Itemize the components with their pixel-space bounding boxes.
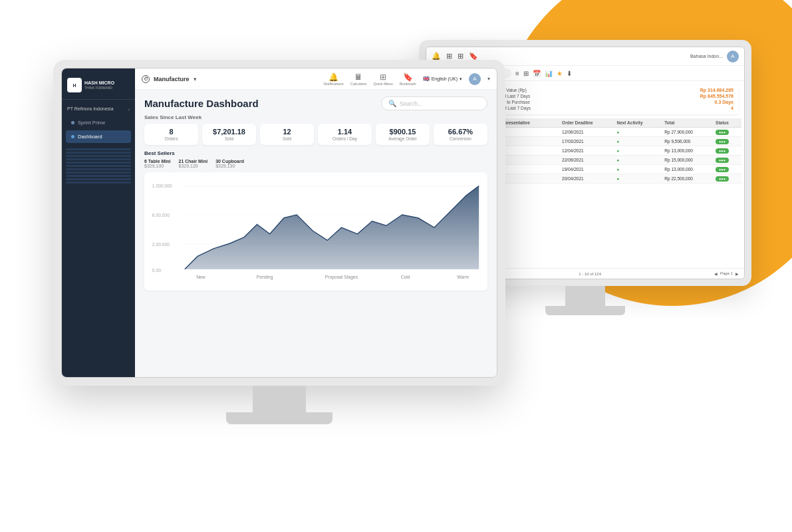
bookmark-btn[interactable]: 🔖 Bookmark	[400, 72, 416, 86]
cell-total: Rp 22,500,000	[660, 174, 712, 184]
kpi-leadtime-value: 0.3 Days	[715, 100, 733, 104]
stat-conv-label: Orders / Day	[325, 136, 365, 141]
main-monitor-neck	[253, 386, 306, 412]
kpi-purchased-value: Rp 845.554.576	[700, 94, 733, 98]
best-seller-3: 30 Cupboard $329,130	[215, 159, 244, 168]
sidebar-logo: H HASH MICRO THINK FORWARD	[62, 74, 135, 100]
cell-activity: ●	[612, 128, 660, 137]
nav-bar-9	[66, 175, 131, 177]
logo-icon: H	[67, 78, 82, 92]
topbar-icons: 🔔 Notifications 🖩 Calculator ⊞ Quick Men	[324, 72, 490, 86]
nav-bar-4	[66, 158, 131, 160]
stat-orders-value: 8	[151, 128, 192, 136]
stat-orders-label: Orders	[151, 136, 192, 141]
cell-total: Rp 9,506,000	[660, 137, 712, 146]
kpi-leadtime-row: Lead Time to Purchase 0.3 Days	[485, 100, 733, 104]
user-avatar[interactable]: A	[469, 73, 481, 85]
sidebar-item-sprint-prime[interactable]: Sprint Prime	[66, 116, 131, 129]
topbar-left: ⏱ Manufacture ▾	[142, 75, 197, 83]
stat-avg-label: Average Order	[382, 136, 423, 141]
area-chart-svg: 1.000.000 6.00.000 2.00.000 0.00	[150, 178, 482, 284]
language-label: English (UK)	[432, 76, 458, 81]
grid-view-icon[interactable]: ⊞	[523, 70, 529, 77]
area-chart-container: 1.000.000 6.00.000 2.00.000 0.00	[144, 172, 487, 291]
nav-bar-10	[66, 178, 131, 180]
quick-menu-label: Quick Menu	[374, 82, 393, 86]
monitors-container: 🔔 ⊞ ⊞ 🔖 Bahasa Indon... A 🔍	[53, 40, 751, 492]
star-icon[interactable]: ★	[557, 70, 563, 77]
cell-total: Rp 13,000,000	[660, 165, 712, 174]
notifications-icon: 🔔	[329, 72, 338, 82]
breadcrumb-chevron-icon: ▾	[194, 76, 197, 82]
stats-section: Sales Since Last Week 8 Orders $7,201.18…	[135, 114, 497, 150]
cell-deadline: 12/04/2021	[558, 146, 612, 156]
status-badge: ●●●	[716, 139, 729, 144]
col-activity: Next Activity	[612, 118, 660, 128]
stat-conv-value: 1.14	[325, 128, 365, 136]
kpi-avg-order-row: Avg Order Value (Rp) Rp 314.684.285	[485, 88, 733, 92]
status-badge: ●●●	[716, 167, 729, 172]
list-view-icon[interactable]: ≡	[515, 70, 519, 77]
sidebar: H HASH MICRO THINK FORWARD PT Refinora I…	[62, 68, 135, 377]
stat-conversion-label: Conversion	[440, 136, 481, 141]
cell-total: Rp 15,000,000	[660, 156, 712, 165]
user-menu-chevron[interactable]: ▾	[487, 76, 490, 82]
stat-avg-value: $900.15	[382, 128, 423, 136]
page-header: Manufacture Dashboard 🔍 Search...	[135, 90, 497, 114]
secondary-monitor-base	[545, 306, 625, 315]
notifications-btn[interactable]: 🔔 Notifications	[324, 72, 344, 86]
kpi-avg-order: Avg Order Value (Rp) Rp 314.684.285 Purc…	[480, 85, 739, 114]
calculator-label: Calculator	[350, 82, 367, 86]
svg-text:6.00.000: 6.00.000	[152, 213, 170, 217]
cell-deadline: 12/06/2021	[558, 128, 612, 137]
search-box[interactable]: 🔍 Search...	[381, 96, 487, 110]
cell-total: Rp 27,900,000	[660, 128, 712, 137]
pagination-next[interactable]: ▶	[735, 271, 739, 276]
col-total: Total	[660, 118, 712, 128]
calculator-icon: 🖩	[354, 72, 362, 82]
sidebar-item-dashboard[interactable]: Dashboard	[66, 130, 131, 143]
cell-status: ●●●	[712, 174, 741, 184]
stats-label: Sales Since Last Week	[144, 114, 487, 120]
svg-text:Warm: Warm	[457, 275, 469, 279]
calendar-icon[interactable]: 📅	[533, 70, 541, 77]
company-name: PT Refinora Indonesia ›	[62, 104, 135, 114]
cell-activity: ●	[612, 174, 660, 184]
svg-text:Pending: Pending	[257, 275, 273, 280]
cell-status: ●●●	[712, 146, 741, 156]
main-content: ⏱ Manufacture ▾ 🔔 Notifications	[135, 68, 497, 377]
flag-icon: 🇬🇧	[423, 76, 430, 82]
cell-status: ●●●	[712, 165, 741, 174]
nav-dot-dashboard	[71, 135, 74, 138]
avatar-secondary: A	[727, 51, 739, 63]
download-icon[interactable]: ⬇	[567, 70, 572, 77]
app-screen: H HASH MICRO THINK FORWARD PT Refinora I…	[62, 68, 497, 377]
cell-deadline: 19/04/2021	[558, 165, 612, 174]
nav-section: Sprint Prime Dashboard	[62, 116, 135, 144]
bookmark-icon: 🔖	[403, 72, 413, 82]
nav-bar-5	[66, 162, 131, 164]
nav-bar-1	[66, 148, 131, 150]
stat-sold: $7,201.18 Sold	[202, 124, 256, 145]
stat-sold2: 12 Sold	[260, 124, 314, 145]
lang-chevron-icon: ▾	[460, 76, 462, 82]
chart-icon[interactable]: 📊	[545, 70, 553, 77]
col-deadline: Order Deadline	[558, 118, 612, 128]
stats-row: 8 Orders $7,201.18 Sold 12 Sold	[144, 124, 487, 145]
quick-menu-btn[interactable]: ⊞ Quick Menu	[374, 72, 393, 86]
cell-deadline: 17/03/2021	[558, 137, 612, 146]
pagination-prev[interactable]: ◀	[714, 271, 718, 276]
secondary-monitor-neck	[565, 286, 605, 306]
nav-bar-8	[66, 172, 131, 174]
clock-icon: ⏱	[142, 75, 150, 83]
stat-sold-label: Sold	[209, 136, 249, 141]
svg-text:2.00.000: 2.00.000	[152, 242, 170, 247]
logo-text: HASH MICRO	[84, 80, 114, 86]
calculator-btn[interactable]: 🖩 Calculator	[350, 72, 367, 86]
language-selector[interactable]: 🇬🇧 English (UK) ▾	[423, 76, 462, 82]
chart-section: Best Sellers 6 Table Mini $329,100 21 Ch…	[135, 150, 497, 377]
chart-header: Best Sellers	[144, 150, 487, 156]
stat-conversion: 66.67% Conversion	[434, 124, 487, 145]
grid-icon: ⊞	[380, 72, 386, 82]
main-monitor: H HASH MICRO THINK FORWARD PT Refinora I…	[53, 60, 505, 432]
